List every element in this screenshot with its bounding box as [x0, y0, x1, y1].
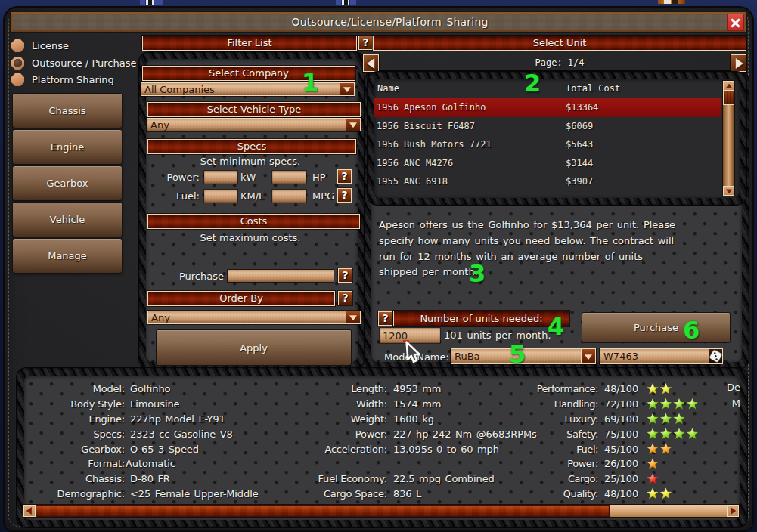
- fuel-label: Fuel:: [141, 190, 200, 202]
- fuel-kml-input[interactable]: [204, 190, 237, 203]
- filter-help-button[interactable]: ?: [358, 36, 373, 50]
- order-by-dropdown[interactable]: Any: [147, 311, 361, 324]
- rating-row: Quality: 48/100: [529, 487, 700, 502]
- stat-label: Chassis:: [33, 473, 125, 484]
- half-star-icon: [673, 383, 679, 395]
- filter-list-header: Filter List: [142, 36, 357, 51]
- scroll-up-button[interactable]: [723, 81, 734, 91]
- trim-name-input[interactable]: W7463: [600, 348, 721, 364]
- scrollbar-thumb[interactable]: [723, 91, 734, 105]
- unit-list-row[interactable]: 1955 ANC 6918 $3907: [374, 172, 721, 191]
- mode-radio[interactable]: [11, 73, 24, 86]
- unit-list-row[interactable]: 1956 ANC M4276 $3144: [374, 154, 721, 173]
- star-icon: [660, 443, 672, 455]
- background-window-fragment: [672, 0, 678, 4]
- sidebar-button[interactable]: Chassis: [13, 94, 122, 128]
- fuel-mpg-input[interactable]: [272, 190, 306, 203]
- close-button[interactable]: [727, 14, 744, 31]
- background-window-fragment: [350, 0, 356, 5]
- trim-name-value: W7463: [603, 349, 638, 363]
- rating-value: 45/100: [604, 444, 640, 455]
- stat-row: Power: 227 hp 242 Nm @6683RPMs: [309, 426, 537, 441]
- mode-radio-label: Outsource / Purchase: [32, 57, 136, 69]
- purchase-button[interactable]: Purchase: [582, 313, 730, 342]
- unit-list-scrollbar[interactable]: [723, 81, 734, 196]
- order-by-dropdown-value: Any: [151, 311, 170, 323]
- half-star-icon: [673, 487, 679, 500]
- stats-column-general: Model: Golfinho Body Style: Limousine En…: [33, 382, 259, 501]
- unit-list-row[interactable]: 1956 Bush Motors 7721 $5643: [374, 135, 721, 154]
- order-by-help-button[interactable]: ?: [338, 291, 352, 305]
- sidebar-button[interactable]: Gearbox: [13, 166, 122, 200]
- unit-name: 1956 ANC M4276: [377, 158, 453, 169]
- mode-radio-label: Platform Sharing: [32, 74, 114, 85]
- specs-header: Specs: [147, 139, 356, 154]
- stat-row: Chassis: D-80 FR: [33, 472, 259, 487]
- vehicle-type-dropdown[interactable]: Any: [147, 118, 361, 131]
- star-icon: [660, 398, 672, 410]
- vehicle-type-dropdown-value: Any: [150, 119, 169, 131]
- scrollbar-thumb[interactable]: [36, 505, 610, 517]
- scroll-down-button[interactable]: [723, 186, 734, 196]
- sidebar-button[interactable]: Vehicle: [13, 203, 122, 237]
- purchase-cost-slider[interactable]: [228, 270, 334, 282]
- page-next-button[interactable]: [731, 54, 746, 72]
- rating-label: Performance:: [529, 383, 598, 394]
- rating-value: 69/100: [604, 413, 640, 425]
- units-help-button[interactable]: ?: [378, 311, 392, 326]
- unit-cost: $3907: [566, 176, 593, 187]
- company-dropdown-arrow-icon[interactable]: [340, 83, 354, 95]
- stat-row: Weight: 1600 kg: [309, 412, 537, 427]
- stat-value: 2323 cc Gasoline V8: [130, 428, 233, 440]
- fuel-help-button[interactable]: ?: [337, 188, 352, 203]
- scroll-right-button[interactable]: [727, 505, 739, 517]
- specs-hint: Set minimum specs.: [141, 156, 360, 167]
- star-icon: [673, 413, 685, 425]
- cost-help-button[interactable]: ?: [338, 268, 352, 283]
- select-unit-header: Select Unit: [373, 36, 746, 51]
- vehicle-type-dropdown-arrow-icon[interactable]: [346, 119, 360, 131]
- offer-description-line: Apeson offers us the Golfinho for $13,36…: [379, 218, 675, 234]
- unit-list-row[interactable]: 1956 Apeson Golfinho $13364: [374, 98, 721, 117]
- stat-value: D-80 FR: [130, 473, 170, 484]
- stat-value: <25 Female Upper-Middle: [130, 488, 259, 500]
- star-icon: [673, 398, 685, 410]
- page-label: Page: 1/4: [373, 57, 746, 68]
- annotation-number: 2: [524, 73, 541, 93]
- unit-list-row[interactable]: 1956 Biscuit F6487 $6069: [374, 117, 721, 136]
- company-dropdown[interactable]: All Companies: [141, 82, 355, 96]
- stat-row: Width: 1574 mm: [309, 397, 537, 412]
- order-by-dropdown-arrow-icon[interactable]: [346, 311, 360, 323]
- stat-value: Limousine: [130, 398, 179, 410]
- stat-label: Format:: [33, 458, 125, 469]
- dialog-title: Outsource/License/Platform Sharing: [36, 16, 744, 28]
- apply-button[interactable]: Apply: [157, 330, 351, 365]
- rating-stars: [647, 487, 687, 500]
- mode-radio[interactable]: [11, 57, 24, 70]
- power-kw-input[interactable]: [204, 171, 237, 184]
- stat-row: Format: Automatic: [33, 456, 259, 472]
- unit-cost: $3144: [566, 158, 593, 169]
- costs-header: Costs: [147, 214, 360, 229]
- rating-row: Fuel: 45/100: [529, 441, 700, 456]
- rating-row: Luxury: 69/100: [529, 412, 700, 427]
- star-icon: [660, 487, 672, 500]
- star-icon: [660, 383, 672, 395]
- annotation-number: 6: [683, 320, 700, 340]
- star-icon: [647, 443, 659, 455]
- stat-row: Cargo Space: 836 L: [309, 487, 537, 502]
- rating-label: Quality:: [529, 488, 598, 500]
- random-name-dice-button[interactable]: [709, 348, 723, 364]
- power-help-button[interactable]: ?: [337, 169, 352, 184]
- stat-label: Acceleration:: [309, 444, 387, 455]
- rating-label: Safety:: [529, 428, 598, 440]
- power-hp-input[interactable]: [272, 171, 306, 184]
- sidebar-button[interactable]: Engine: [13, 130, 122, 164]
- stats-horizontal-scrollbar[interactable]: [23, 505, 739, 517]
- scroll-left-button[interactable]: [23, 505, 36, 517]
- sidebar-button[interactable]: Manage: [13, 239, 122, 273]
- rating-value: 72/100: [604, 398, 640, 410]
- stat-row: Acceleration: 13.095s 0 to 60 mph: [309, 441, 537, 456]
- model-name-dropdown-arrow-icon[interactable]: [581, 349, 595, 363]
- stat-row: Model: Golfinho: [33, 382, 259, 397]
